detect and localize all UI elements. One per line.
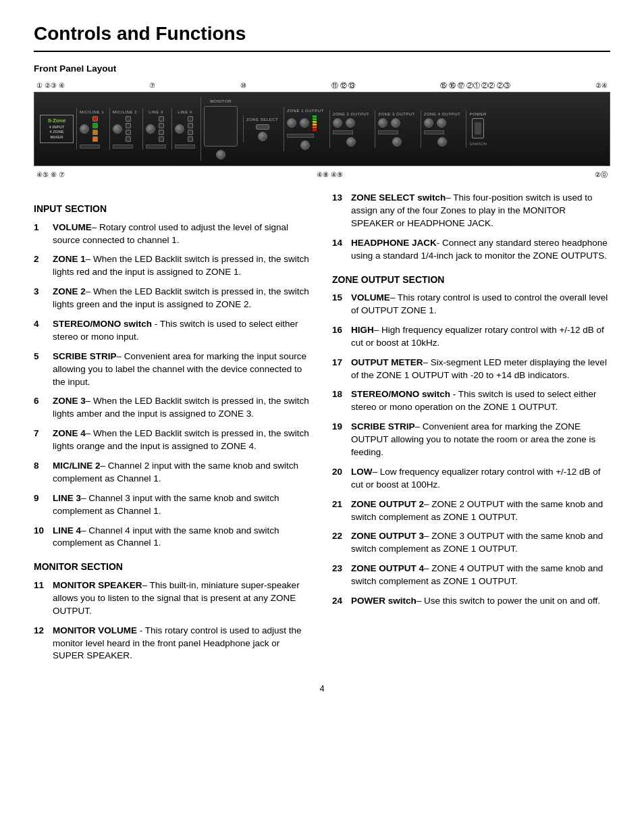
page-number: 4 <box>34 683 610 695</box>
panel-input-section-3: LINE 3 <box>142 108 169 150</box>
item-20: 20 LOW– Low frequency equalizer rotary c… <box>332 466 610 492</box>
item-22: 22 ZONE OUTPUT 3– ZONE 3 OUTPUT with the… <box>332 530 610 556</box>
panel-input-section-2: MIC/LINE 2 <box>109 108 140 150</box>
monitor-section-title: MONITOR SECTION <box>34 561 312 574</box>
item-23: 23 ZONE OUTPUT 4– ZONE 4 OUTPUT with the… <box>332 563 610 588</box>
item-21: 21 ZONE OUTPUT 2– ZONE 2 OUTPUT with the… <box>332 498 610 524</box>
panel-zone-select: ZONE SELECT <box>243 115 281 142</box>
right-column: 13 ZONE SELECT switch– This four-positio… <box>332 192 610 669</box>
item-2: 2 ZONE 1– When the LED Backlit switch is… <box>34 253 312 279</box>
zone-output-section-title: ZONE OUTPUT SECTION <box>332 273 610 287</box>
item-18: 18 STEREO/MONO switch - This switch is u… <box>332 388 610 414</box>
panel-zone1-output: ZONE 1 OUTPUT <box>284 107 327 151</box>
zone-select-group: 13 ZONE SELECT switch– This four-positio… <box>332 192 610 262</box>
item-15: 15 VOLUME– This rotary control is used t… <box>332 292 610 317</box>
item-17: 17 OUTPUT METER– Six-segment LED meter d… <box>332 357 610 382</box>
item-16: 16 HIGH– High frequency equalizer rotary… <box>332 324 610 350</box>
panel-zone4-output: ZONE 4 OUTPUT <box>421 110 464 148</box>
item-19: 19 SCRIBE STRIP– Convenient area for mar… <box>332 421 610 459</box>
item-1: 1 VOLUME– Rotary control used to adjust … <box>34 221 312 247</box>
item-24: 24 POWER switch– Use this switch to powe… <box>332 595 610 608</box>
left-column: INPUT SECTION 1 VOLUME– Rotary control u… <box>34 192 312 669</box>
item-6: 6 ZONE 3– When the LED Backlit switch is… <box>34 395 312 421</box>
item-13: 13 ZONE SELECT switch– This four-positio… <box>332 192 610 230</box>
item-8: 8 MIC/LINE 2– Channel 2 input with the s… <box>34 460 312 486</box>
content-columns: INPUT SECTION 1 VOLUME– Rotary control u… <box>34 192 610 669</box>
front-panel-diagram: ① ②③ ④ ⑦ ⑩ ⑪ ⑫ ⑬ ⑮ ⑯ ⑰ ②① ②② ②③ ②④ S·Zon… <box>34 81 610 180</box>
panel-image: S·Zone 4 INPUT4 ZONEMIXER MIC/LINE 1 <box>34 92 610 166</box>
panel-zone2-output: ZONE 2 OUTPUT <box>329 110 373 148</box>
item-3: 3 ZONE 2– When the LED Backlit switch is… <box>34 286 312 311</box>
item-12: 12 MONITOR VOLUME - This rotary control … <box>34 625 312 663</box>
panel-monitor-section: MONITOR <box>200 97 240 160</box>
panel-logo: S·Zone 4 INPUT4 ZONEMIXER <box>40 115 74 143</box>
item-10: 10 LINE 4– Channel 4 input with the same… <box>34 525 312 550</box>
item-9: 9 LINE 3– Channel 3 input with the same … <box>34 492 312 518</box>
front-panel-label: Front Panel Layout <box>34 63 610 76</box>
item-4: 4 STEREO/MONO switch - This switch is us… <box>34 318 312 344</box>
panel-zone3-output: ZONE 3 OUTPUT <box>375 110 418 148</box>
item-7: 7 ZONE 4– When the LED Backlit switch is… <box>34 427 312 453</box>
input-section-title: INPUT SECTION <box>34 203 312 216</box>
item-5: 5 SCRIBE STRIP– Convenient area for mark… <box>34 350 312 389</box>
page-title: Controls and Functions <box>34 20 610 52</box>
panel-input-section-4: LINE 4 <box>171 108 198 150</box>
panel-power-section: POWER SAMSON <box>466 110 489 149</box>
item-11: 11 MONITOR SPEAKER– This built-in, minia… <box>34 579 312 618</box>
item-14: 14 HEADPHONE JACK- Connect any standard … <box>332 237 610 263</box>
panel-input-section-1: MIC/LINE 1 <box>76 108 107 150</box>
